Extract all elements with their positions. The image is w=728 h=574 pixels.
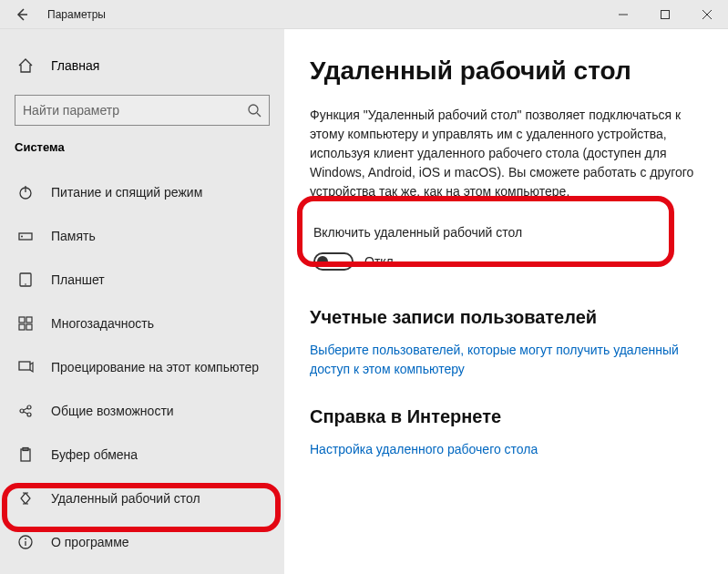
- arrow-left-icon: [15, 7, 29, 22]
- svg-rect-14: [26, 317, 32, 323]
- svg-rect-17: [19, 362, 30, 370]
- back-button[interactable]: [0, 0, 44, 29]
- maximize-icon: [660, 9, 671, 20]
- sidebar-item-power[interactable]: Питание и спящий режим: [0, 170, 284, 214]
- remote-toggle[interactable]: [313, 252, 354, 271]
- about-icon: [15, 534, 36, 550]
- window-title: Параметры: [47, 8, 106, 21]
- search-input[interactable]: [15, 95, 270, 126]
- close-button[interactable]: [686, 0, 728, 29]
- sidebar-item-label: Удаленный рабочий стол: [51, 491, 200, 506]
- sidebar-nav: Питание и спящий режим Память Планшет Мн…: [0, 170, 284, 564]
- sidebar-item-about[interactable]: О программе: [0, 520, 284, 564]
- accounts-heading: Учетные записи пользователей: [310, 307, 702, 328]
- svg-rect-13: [19, 317, 25, 323]
- home-icon: [15, 57, 36, 74]
- multitask-icon: [15, 315, 36, 332]
- search-icon: [247, 103, 261, 118]
- remote-toggle-section: Включить удаленный рабочий стол Откл.: [310, 218, 702, 280]
- tablet-icon: [15, 272, 36, 288]
- storage-icon: [15, 228, 36, 244]
- sidebar-item-label: Общие возможности: [51, 404, 174, 418]
- toggle-label: Включить удаленный рабочий стол: [313, 225, 699, 240]
- sidebar-category: Система: [0, 140, 284, 154]
- sidebar-item-label: Многозадачность: [51, 316, 154, 331]
- sidebar-item-clipboard[interactable]: Буфер обмена: [0, 433, 284, 477]
- page-title: Удаленный рабочий стол: [310, 56, 702, 86]
- shared-icon: [15, 403, 36, 419]
- sidebar-item-label: Планшет: [51, 272, 105, 287]
- sidebar: Главная Система Питание и спящий режим П…: [0, 29, 284, 574]
- svg-rect-2: [661, 10, 670, 18]
- remote-icon: [15, 490, 36, 507]
- sidebar-item-label: Память: [51, 229, 96, 243]
- sidebar-item-label: О программе: [51, 535, 129, 549]
- sidebar-item-storage[interactable]: Память: [0, 214, 284, 258]
- titlebar: Параметры: [0, 0, 728, 29]
- page-description: Функция "Удаленный рабочий стол" позволя…: [310, 106, 702, 201]
- svg-point-26: [25, 538, 26, 540]
- sidebar-home-label: Главная: [51, 58, 99, 73]
- close-icon: [702, 9, 713, 20]
- sidebar-item-label: Проецирование на этот компьютер: [51, 360, 259, 374]
- svg-rect-15: [19, 324, 25, 330]
- power-icon: [15, 184, 36, 200]
- clipboard-icon: [15, 446, 36, 463]
- sidebar-item-label: Буфер обмена: [51, 447, 138, 462]
- svg-point-12: [25, 283, 26, 285]
- svg-line-21: [24, 408, 27, 410]
- svg-line-22: [24, 412, 27, 414]
- toggle-knob: [317, 256, 328, 267]
- sidebar-item-project[interactable]: Проецирование на этот компьютер: [0, 345, 284, 389]
- sidebar-item-multitask[interactable]: Многозадачность: [0, 302, 284, 345]
- minimize-button[interactable]: [602, 0, 644, 29]
- toggle-state: Откл.: [364, 254, 397, 269]
- svg-point-20: [27, 413, 31, 416]
- maximize-button[interactable]: [644, 0, 686, 29]
- minimize-icon: [618, 9, 629, 20]
- sidebar-item-remote[interactable]: Удаленный рабочий стол: [0, 477, 284, 520]
- sidebar-item-tablet[interactable]: Планшет: [0, 258, 284, 302]
- svg-point-10: [21, 236, 23, 238]
- search-field[interactable]: [23, 103, 247, 118]
- project-icon: [15, 359, 36, 375]
- select-users-link[interactable]: Выберите пользователей, которые могут по…: [310, 341, 692, 379]
- svg-line-6: [257, 113, 261, 117]
- svg-rect-16: [26, 324, 32, 330]
- sidebar-item-label: Питание и спящий режим: [51, 185, 202, 200]
- content-panel: Удаленный рабочий стол Функция "Удаленны…: [284, 29, 728, 574]
- sidebar-home[interactable]: Главная: [0, 47, 284, 84]
- help-link[interactable]: Настройка удаленного рабочего стола: [310, 440, 692, 459]
- svg-point-18: [20, 409, 24, 413]
- sidebar-item-shared[interactable]: Общие возможности: [0, 389, 284, 433]
- help-heading: Справка в Интернете: [310, 406, 702, 427]
- svg-point-19: [27, 405, 31, 409]
- svg-point-5: [249, 105, 258, 114]
